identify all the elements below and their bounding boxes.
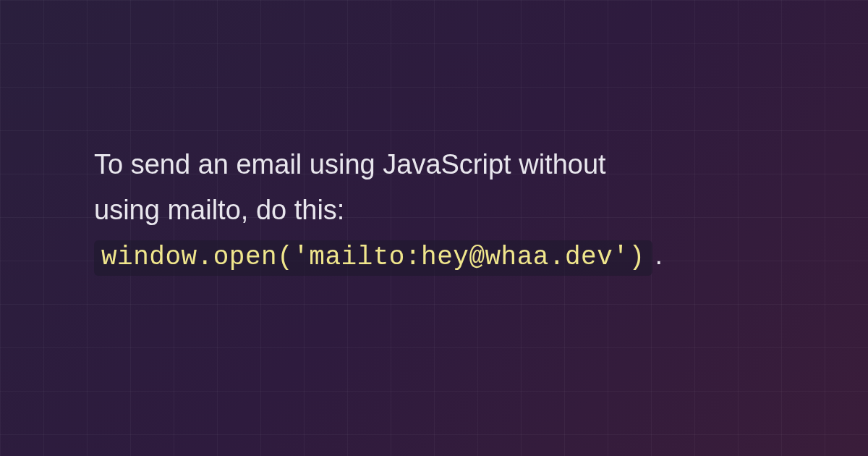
intro-text-line1: To send an email using JavaScript withou… (94, 149, 606, 180)
intro-text-line2: using mailto, do this: (94, 195, 344, 225)
code-snippet: window.open('mailto:hey@whaa.dev') (94, 240, 652, 276)
content-block: To send an email using JavaScript withou… (94, 142, 774, 279)
period: . (655, 240, 663, 270)
